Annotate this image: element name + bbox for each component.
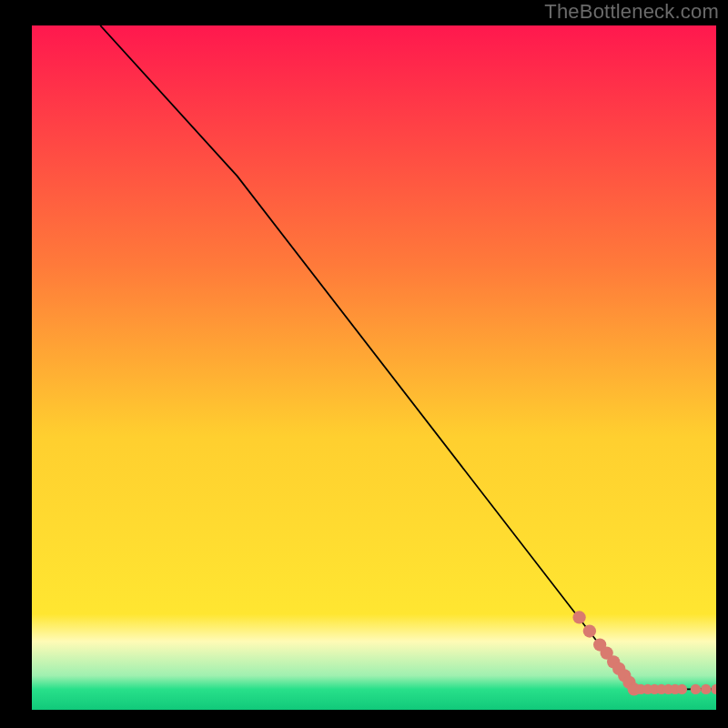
chart-data-point: [583, 624, 596, 637]
chart-svg: [32, 25, 716, 710]
chart-data-point: [691, 684, 701, 694]
chart-data-point: [572, 611, 585, 623]
chart-background-gradient: [32, 25, 716, 710]
chart-plot-area: [32, 25, 716, 710]
chart-root: TheBottleneck.com: [0, 0, 728, 728]
chart-data-point: [701, 684, 711, 694]
chart-data-point: [677, 684, 687, 694]
watermark-text: TheBottleneck.com: [544, 0, 719, 24]
